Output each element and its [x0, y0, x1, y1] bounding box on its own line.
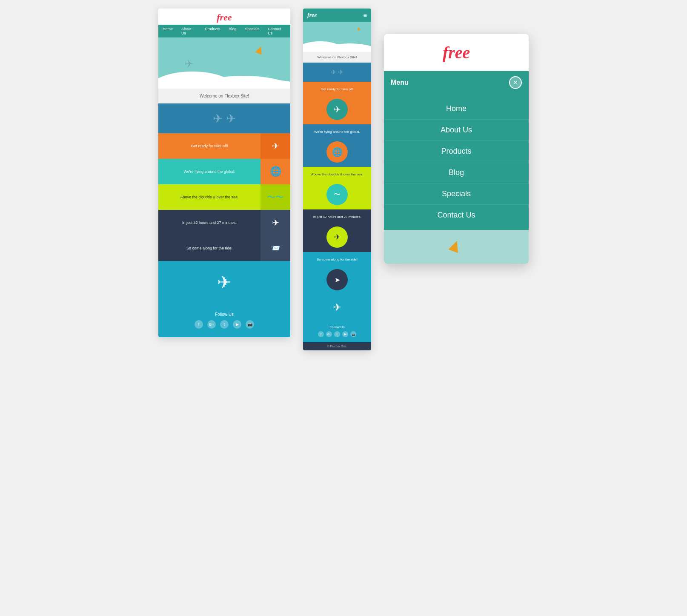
mobile-globe-circle: 🌐 — [326, 141, 348, 163]
footer-plane-icon: ✈ — [217, 272, 232, 292]
mobile-youtube[interactable]: ▶ — [342, 331, 348, 337]
mobile-section-5-icon: ➤ — [303, 265, 371, 295]
mobile-hero-planes: ✈ ✈ — [331, 68, 344, 76]
mobile-section-4-label: In just 42 hours and 27 minutes. — [313, 215, 361, 219]
facebook-icon[interactable]: f — [195, 320, 203, 329]
desktop-header: free — [158, 9, 290, 25]
popup-close-button[interactable]: × — [509, 76, 522, 89]
mobile-hero: ◆ — [303, 22, 371, 52]
mobile-section-5-text: So come along for the ride! — [303, 252, 371, 265]
hamburger-icon[interactable]: ≡ — [364, 12, 367, 19]
popup-nav-home[interactable]: Home — [384, 98, 529, 120]
mobile-google[interactable]: G+ — [326, 331, 332, 337]
youtube-icon[interactable]: ▶ — [233, 320, 241, 329]
plane-icon-2: ✈ — [272, 218, 279, 228]
mobile-instagram[interactable]: 📷 — [350, 331, 356, 337]
section-text-2: We're flying around the global. — [158, 159, 260, 184]
section-icon-box-1: ✈ — [260, 133, 290, 159]
mobile-plane-circle: ✈ — [326, 99, 348, 120]
popup-logo: free — [392, 43, 520, 63]
popup-nav-about[interactable]: About Us — [384, 120, 529, 141]
follow-us-label: Follow Us — [167, 312, 282, 317]
desktop-logo: free — [158, 12, 290, 23]
popup-nav-products[interactable]: Products — [384, 141, 529, 162]
nav-contact[interactable]: Contact Us — [263, 25, 290, 37]
mobile-send-circle: ➤ — [326, 269, 348, 290]
section-row-5: So come along for the ride! 📨 — [158, 235, 290, 261]
mobile-section-2-icon: 🌐 — [303, 137, 371, 167]
mobile-follow-label: Follow Us — [308, 325, 366, 329]
section-text-4: In just 42 hours and 27 minutes. — [158, 210, 260, 235]
mobile-kite: ◆ — [357, 26, 361, 31]
mobile-section-4-icon: ✈ — [303, 222, 371, 252]
mobile-header: free ≡ — [303, 9, 371, 22]
mobile-copyright: © Flexbox Site. — [303, 342, 371, 350]
section-row-2: We're flying around the global. 🌐 — [158, 159, 290, 184]
google-plus-icon[interactable]: G+ — [207, 320, 216, 329]
mobile-section-3-text: Above the cloudds & over the sea. — [303, 167, 371, 180]
mobile-section-2-text: We're flying around the global. — [303, 124, 371, 137]
mobile-mockup: free ≡ ◆ Welcome on Flexbox Site! ✈ ✈ Ge… — [303, 9, 371, 350]
section-row-1: Get ready for take off! ✈ — [158, 133, 290, 159]
popup-menu: free Menu × Home About Us Products Blog … — [384, 34, 529, 264]
nav-home[interactable]: Home — [158, 25, 177, 37]
welcome-bar: Welcome on Flexbox Site! — [158, 89, 290, 103]
mobile-clouds — [303, 35, 371, 52]
nav-about[interactable]: About Us — [177, 25, 201, 37]
mobile-section-1-text: Get ready for take off! — [303, 82, 371, 95]
mobile-section-4-text: In just 42 hours and 27 minutes. — [303, 209, 371, 222]
clouds-decoration — [158, 63, 290, 89]
mobile-plane-yellow-circle: ✈ — [326, 226, 348, 248]
desktop-hero: ✈ — [158, 37, 290, 89]
nav-blog[interactable]: Blog — [224, 25, 240, 37]
section-icon-box-2: 🌐 — [260, 159, 290, 184]
mobile-facebook[interactable]: f — [318, 331, 324, 337]
large-plane-icon: ✈ ✈ — [213, 112, 236, 126]
popup-menu-header: Menu × — [384, 71, 529, 94]
nav-specials[interactable]: Specials — [240, 25, 263, 37]
mobile-section-1-icon: ✈ — [303, 95, 371, 124]
section-text-5: So come along for the ride! — [158, 235, 260, 261]
popup-nav-blog[interactable]: Blog — [384, 162, 529, 183]
popup-nav-items: Home About Us Products Blog Specials Con… — [384, 94, 529, 230]
section-text-3: Above the cloudds & over the sea. — [158, 184, 260, 210]
popup-nav-specials[interactable]: Specials — [384, 183, 529, 205]
footer-section: Follow Us f G+ t ▶ 📷 — [158, 304, 290, 337]
mobile-twitter[interactable]: t — [334, 331, 340, 337]
mobile-section-3-icon: 〜 — [303, 180, 371, 209]
nav-products[interactable]: Products — [201, 25, 225, 37]
mobile-wave-circle: 〜 — [326, 184, 348, 205]
social-icons-row: f G+ t ▶ 📷 — [167, 320, 282, 329]
section-row-4: In just 42 hours and 27 minutes. ✈ — [158, 210, 290, 235]
mobile-section-5-label: So come along for the ride! — [317, 258, 358, 261]
globe-icon: 🌐 — [270, 166, 281, 177]
mobile-footer-plane: ✈ — [303, 295, 371, 320]
twitter-icon[interactable]: t — [220, 320, 229, 329]
desktop-nav: Home About Us Products Blog Specials Con… — [158, 25, 290, 37]
mobile-section-3-label: Above the cloudds & over the sea. — [311, 172, 363, 176]
section-text-1: Get ready for take off! — [158, 133, 260, 159]
popup-nav-contact[interactable]: Contact Us — [384, 205, 529, 226]
kite-decoration — [256, 46, 265, 54]
section-icon-box-5: 📨 — [260, 235, 290, 261]
paper-plane-icon: 📨 — [271, 244, 280, 253]
mobile-logo: free — [307, 12, 317, 19]
mobile-welcome-bar: Welcome on Flexbox Site! — [303, 52, 371, 63]
popup-kite-icon — [450, 241, 463, 253]
instagram-icon[interactable]: 📷 — [246, 320, 254, 329]
desktop-mockup: free Home About Us Products Blog Special… — [158, 9, 290, 337]
mobile-social-row: f G+ t ▶ 📷 — [308, 331, 366, 337]
wave-icon: 〜〜 — [267, 192, 284, 203]
section-row-3: Above the cloudds & over the sea. 〜〜 — [158, 184, 290, 210]
mobile-section-2-label: We're flying around the global. — [314, 130, 360, 134]
popup-footer — [384, 230, 529, 264]
footer-plane-area: ✈ — [158, 261, 290, 304]
mobile-footer: Follow Us f G+ t ▶ 📷 — [303, 320, 371, 342]
plane-section: ✈ ✈ — [158, 103, 290, 133]
popup-logo-bar: free — [384, 34, 529, 71]
plane-icon-1: ✈ — [272, 141, 279, 151]
mobile-footer-plane-icon: ✈ — [333, 301, 341, 313]
popup-menu-title: Menu — [391, 79, 409, 86]
section-icon-box-4: ✈ — [260, 210, 290, 235]
section-icon-box-3: 〜〜 — [260, 184, 290, 210]
